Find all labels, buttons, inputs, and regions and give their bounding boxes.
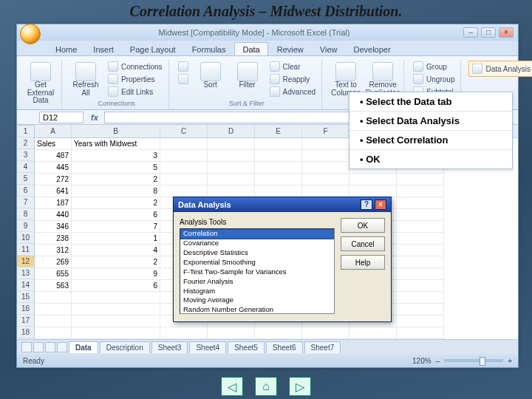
sheet-tab-sheet3[interactable]: Sheet3 xyxy=(151,341,188,353)
cell-B11[interactable]: 2 xyxy=(72,256,160,268)
cell-A4[interactable]: 272 xyxy=(35,174,72,185)
row-header-5[interactable]: 5 xyxy=(17,173,34,185)
row-header-2[interactable]: 2 xyxy=(17,137,34,149)
list-item[interactable]: Correlation xyxy=(180,229,334,239)
cell-C4[interactable] xyxy=(160,174,208,185)
ungroup-button[interactable]: Ungroup xyxy=(412,73,456,85)
help-button[interactable]: Help xyxy=(341,255,385,270)
tab-nav-first[interactable] xyxy=(21,342,32,352)
cell-B6[interactable]: 2 xyxy=(72,197,160,209)
ribbon-tab-page-layout[interactable]: Page Layout xyxy=(123,43,183,55)
cell-C1[interactable] xyxy=(160,138,208,150)
cell-B3[interactable]: 5 xyxy=(72,162,160,174)
row-header-18[interactable]: 18 xyxy=(17,327,34,338)
cell-B4[interactable]: 2 xyxy=(72,174,160,185)
cell-F17[interactable] xyxy=(302,327,349,339)
list-item[interactable]: Random Number Generation xyxy=(180,305,334,314)
ok-button[interactable]: OK xyxy=(341,218,385,233)
cell-C17[interactable] xyxy=(160,327,208,339)
zoom-slider[interactable] xyxy=(444,359,503,362)
cell-A2[interactable]: 487 xyxy=(35,150,72,162)
cell-A7[interactable]: 440 xyxy=(35,209,72,221)
cell-H8[interactable] xyxy=(397,221,444,233)
minimize-button[interactable]: – xyxy=(463,27,478,38)
list-item[interactable]: Histogram xyxy=(180,287,334,296)
cell-A12[interactable]: 655 xyxy=(35,268,72,280)
cell-B16[interactable] xyxy=(72,316,160,327)
cell-B10[interactable]: 4 xyxy=(72,245,160,256)
cell-B7[interactable]: 6 xyxy=(72,209,160,221)
cell-G5[interactable] xyxy=(349,185,397,197)
ribbon-tab-view[interactable]: View xyxy=(313,43,345,55)
cell-A3[interactable]: 445 xyxy=(35,162,72,174)
row-header-15[interactable]: 15 xyxy=(17,291,34,303)
tab-nav-next[interactable] xyxy=(45,342,55,352)
tab-nav-last[interactable] xyxy=(57,342,67,352)
cell-H13[interactable] xyxy=(397,280,444,292)
dialog-titlebar[interactable]: Data Analysis ? × xyxy=(174,197,391,212)
filter-button[interactable]: Filter xyxy=(231,61,264,89)
cell-G17[interactable] xyxy=(349,327,397,339)
cell-A11[interactable]: 269 xyxy=(35,256,72,268)
ribbon-tab-data[interactable]: Data xyxy=(234,42,267,55)
list-item[interactable]: Fourier Analysis xyxy=(180,277,334,287)
cell-G4[interactable] xyxy=(349,174,397,185)
ribbon-tab-review[interactable]: Review xyxy=(270,43,311,55)
sheet-tab-sheet7[interactable]: Sheet7 xyxy=(304,341,341,353)
cell-H12[interactable] xyxy=(397,268,444,280)
column-header-B[interactable]: B xyxy=(72,125,160,137)
cell-B2[interactable]: 3 xyxy=(72,150,160,162)
cell-B14[interactable] xyxy=(72,292,160,304)
cell-B5[interactable]: 8 xyxy=(72,185,160,197)
edit-links-button[interactable]: Edit Links xyxy=(106,86,164,98)
prev-slide-button[interactable]: ◁ xyxy=(221,377,243,396)
sheet-tab-description[interactable]: Description xyxy=(100,341,150,353)
zoom-out-icon[interactable]: – xyxy=(436,357,440,365)
sort-az-button[interactable] xyxy=(177,61,190,72)
cell-F2[interactable] xyxy=(302,150,349,162)
sheet-tab-sheet6[interactable]: Sheet6 xyxy=(266,341,303,353)
column-header-D[interactable]: D xyxy=(208,125,255,137)
cell-B17[interactable] xyxy=(72,327,160,339)
cell-D4[interactable] xyxy=(208,174,255,185)
cell-D2[interactable] xyxy=(208,150,255,162)
cell-A13[interactable]: 563 xyxy=(35,280,72,292)
cell-E2[interactable] xyxy=(255,150,302,162)
list-item[interactable]: Moving Average xyxy=(180,296,334,305)
row-header-12[interactable]: 12 xyxy=(17,256,34,267)
sort-button[interactable]: Sort xyxy=(194,61,227,89)
sheet-tab-sheet5[interactable]: Sheet5 xyxy=(228,341,265,353)
cell-E17[interactable] xyxy=(255,327,302,339)
clear-button[interactable]: Clear xyxy=(268,61,317,72)
name-box[interactable] xyxy=(39,112,83,123)
get-external-data-button[interactable]: Get External Data xyxy=(24,61,57,105)
sheet-tab-sheet4[interactable]: Sheet4 xyxy=(189,341,226,353)
cell-A6[interactable]: 187 xyxy=(35,197,72,209)
group-button[interactable]: Group xyxy=(412,61,456,72)
row-header-3[interactable]: 3 xyxy=(17,149,34,161)
row-header-7[interactable]: 7 xyxy=(17,197,34,208)
cell-D1[interactable] xyxy=(208,138,255,150)
cell-H6[interactable] xyxy=(397,197,444,209)
cell-B15[interactable] xyxy=(72,304,160,316)
row-header-17[interactable]: 17 xyxy=(17,315,34,327)
row-header-4[interactable]: 4 xyxy=(17,161,34,173)
column-header-F[interactable]: F xyxy=(302,125,349,137)
cell-H10[interactable] xyxy=(397,245,444,256)
list-item[interactable]: F-Test Two-Sample for Variances xyxy=(180,267,334,277)
cell-A10[interactable]: 312 xyxy=(35,245,72,256)
cell-F5[interactable] xyxy=(302,185,349,197)
cell-C3[interactable] xyxy=(160,162,208,174)
cell-E1[interactable] xyxy=(255,138,302,150)
row-header-13[interactable]: 13 xyxy=(17,267,34,279)
dialog-close-icon[interactable]: × xyxy=(375,200,386,210)
ribbon-tab-developer[interactable]: Developer xyxy=(346,43,398,55)
cell-D17[interactable] xyxy=(208,327,255,339)
analysis-tools-listbox[interactable]: CorrelationCovarianceDescriptive Statist… xyxy=(180,228,335,314)
row-header-14[interactable]: 14 xyxy=(17,279,34,291)
cell-H4[interactable] xyxy=(397,174,444,185)
row-header-1[interactable]: 1 xyxy=(17,126,34,137)
connections-button[interactable]: Connections xyxy=(106,61,164,72)
cell-F1[interactable] xyxy=(302,138,349,150)
cell-A14[interactable] xyxy=(35,292,72,304)
